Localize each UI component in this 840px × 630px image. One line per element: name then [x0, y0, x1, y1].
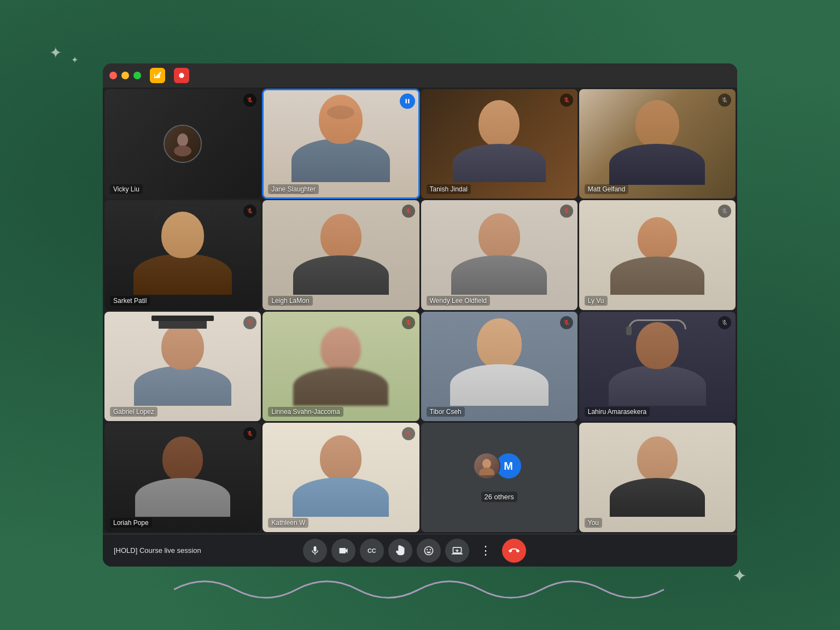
mute-indicator-leigh	[402, 205, 415, 218]
participant-cell-wendy[interactable]: Wendy Lee Oldfield	[421, 200, 578, 310]
controls-center: CC ⋮	[303, 539, 526, 563]
participant-cell-ly-vu[interactable]: Ly Vu	[579, 200, 736, 310]
end-call-button[interactable]	[502, 539, 526, 563]
bottom-bar: [HOLD] Course live session CC	[103, 534, 737, 567]
svg-point-2	[174, 145, 191, 156]
participant-cell-vicky-liu[interactable]: Vicky Liu	[104, 89, 261, 199]
participant-name-vicky: Vicky Liu	[110, 184, 143, 194]
participant-name-loriah: Loriah Pope	[110, 518, 152, 528]
mute-indicator-gabriel	[243, 316, 256, 329]
mute-indicator-tibor	[560, 316, 573, 329]
close-button[interactable]	[109, 72, 117, 79]
participant-name-tibor: Tibor Cseh	[427, 407, 465, 417]
sparkle-decoration-2: ✦	[71, 55, 78, 65]
sparkle-decoration-1: ✦	[49, 44, 62, 62]
participant-name-tanish: Tanish Jindal	[427, 184, 471, 194]
emoji-button[interactable]	[417, 539, 441, 563]
captions-button[interactable]: CC	[360, 539, 384, 563]
participant-cell-gabriel-lopez[interactable]: Gabriel Lopez	[104, 312, 261, 421]
maximize-button[interactable]	[133, 72, 141, 79]
participant-name-kathleen: Kathleen W	[268, 518, 308, 528]
svg-point-3	[482, 459, 491, 469]
screen-share-off-icon[interactable]	[150, 68, 165, 83]
participant-cell-jane-slaughter[interactable]: Jane Slaughter	[262, 89, 419, 199]
participant-name-wendy: Wendy Lee Oldfield	[427, 296, 491, 306]
pause-indicator-jane	[400, 94, 415, 109]
participant-cell-you[interactable]: You	[579, 423, 736, 532]
svg-point-0	[179, 73, 184, 78]
more-options-button[interactable]: ⋮	[474, 539, 498, 563]
participant-cell-kathleen[interactable]: Kathleen W	[262, 423, 419, 532]
participant-cell-lahiru[interactable]: Lahiru Amarasekera	[579, 312, 736, 421]
participant-cell-leigh-lamon[interactable]: Leigh LaMon	[262, 200, 419, 310]
mute-indicator-tanish	[560, 94, 573, 107]
mute-indicator-lahiru	[718, 316, 731, 329]
mute-indicator-vicky	[243, 94, 256, 107]
participant-name-lahiru: Lahiru Amarasekera	[585, 407, 650, 417]
participant-cell-loriah[interactable]: Loriah Pope	[104, 423, 261, 532]
raise-hand-button[interactable]	[388, 539, 412, 563]
meet-window: Vicky Liu Jane Slaughter	[103, 63, 737, 567]
participant-name-gabriel: Gabriel Lopez	[110, 407, 158, 417]
participant-cell-tanish-jindal[interactable]: Tanish Jindal	[421, 89, 578, 199]
svg-point-4	[479, 468, 494, 475]
participant-cell-linnea[interactable]: Linnea Svahn-Jaccoma	[262, 312, 419, 421]
record-icon[interactable]	[174, 68, 189, 83]
participant-name-matt: Matt Gelfand	[585, 184, 629, 194]
microphone-button[interactable]	[303, 539, 327, 563]
video-grid: Vicky Liu Jane Slaughter	[103, 88, 737, 534]
wave-decoration	[174, 568, 666, 614]
present-button[interactable]	[445, 539, 469, 563]
participant-cell-sarket-patil[interactable]: Sarket Patil	[104, 200, 261, 310]
mute-indicator-loriah	[243, 427, 256, 440]
minimize-button[interactable]	[121, 72, 129, 79]
top-bar	[103, 63, 737, 88]
svg-point-1	[177, 133, 188, 147]
participant-name-jane: Jane Slaughter	[268, 184, 319, 194]
sparkle-decoration-3: ✦	[732, 565, 747, 586]
mute-indicator-kathleen	[402, 427, 415, 440]
mute-indicator-wendy	[560, 205, 573, 218]
meeting-title: [HOLD] Course live session	[114, 546, 201, 555]
participant-name-you: You	[585, 518, 602, 528]
camera-button[interactable]	[331, 539, 355, 563]
participant-cell-26-others[interactable]: M 26 others	[421, 423, 578, 532]
participant-cell-matt-gelfand[interactable]: Matt Gelfand	[579, 89, 736, 199]
participant-cell-tibor[interactable]: Tibor Cseh	[421, 312, 578, 421]
participant-name-sarket: Sarket Patil	[110, 296, 150, 306]
mute-indicator-linnea	[402, 316, 415, 329]
others-count-label: 26 others	[481, 492, 517, 502]
mute-indicator-matt	[718, 94, 731, 107]
participant-name-ly: Ly Vu	[585, 296, 608, 306]
participant-name-linnea: Linnea Svahn-Jaccoma	[268, 407, 343, 417]
participant-name-leigh: Leigh LaMon	[268, 296, 312, 306]
